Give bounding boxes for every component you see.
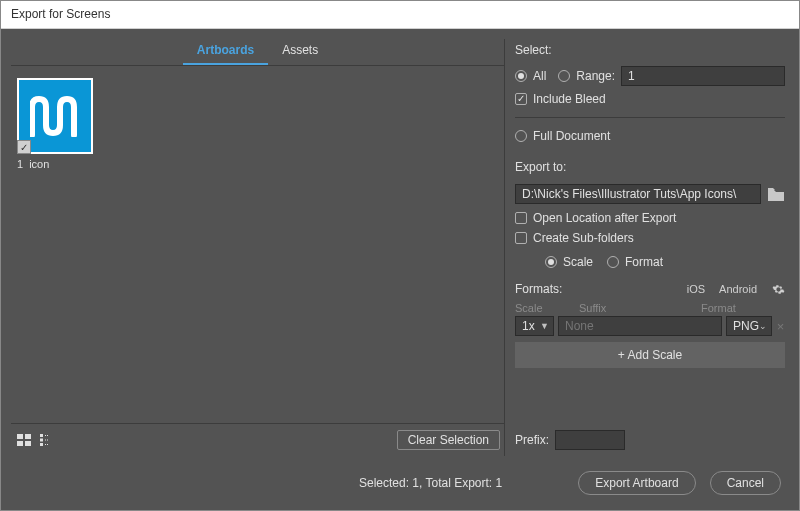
- svg-rect-9: [47, 440, 48, 441]
- tab-assets[interactable]: Assets: [268, 39, 332, 65]
- browse-folder-icon[interactable]: [767, 186, 785, 202]
- radio-full-document[interactable]: [515, 130, 527, 142]
- window-title: Export for Screens: [1, 1, 799, 29]
- tab-artboards[interactable]: Artboards: [183, 39, 268, 65]
- svg-rect-11: [45, 444, 46, 445]
- subfolder-scale-label: Scale: [563, 255, 593, 269]
- include-bleed-label: Include Bleed: [533, 92, 606, 106]
- formats-label: Formats:: [515, 282, 562, 296]
- artboard-name: icon: [29, 158, 49, 170]
- export-artboard-button[interactable]: Export Artboard: [578, 471, 695, 495]
- col-head-format: Format: [701, 302, 765, 314]
- export-path-input[interactable]: [515, 184, 761, 204]
- range-input[interactable]: [621, 66, 785, 86]
- format-row: 1x▼ PNG⌄ ×: [515, 316, 785, 336]
- select-label: Select:: [515, 43, 785, 57]
- grid-view-icon[interactable]: [15, 433, 33, 447]
- svg-rect-7: [40, 439, 43, 442]
- col-head-suffix: Suffix: [579, 302, 697, 314]
- cancel-button[interactable]: Cancel: [710, 471, 781, 495]
- full-document-label: Full Document: [533, 129, 610, 143]
- artboard-selected-checkbox[interactable]: ✓: [17, 140, 31, 154]
- svg-rect-6: [47, 435, 48, 436]
- svg-rect-4: [40, 434, 43, 437]
- artboard-grid: ✓ 1 icon: [11, 66, 504, 423]
- artboard-thumbnail[interactable]: ✓: [17, 78, 93, 154]
- preset-ios-link[interactable]: iOS: [687, 283, 705, 295]
- suffix-input[interactable]: [558, 316, 722, 336]
- radio-range-label: Range:: [576, 69, 615, 83]
- radio-all-label: All: [533, 69, 546, 83]
- svg-rect-0: [17, 434, 23, 439]
- subfolder-format-label: Format: [625, 255, 663, 269]
- checkbox-open-location[interactable]: [515, 212, 527, 224]
- radio-all[interactable]: [515, 70, 527, 82]
- col-head-scale: Scale: [515, 302, 575, 314]
- panel-tabs: Artboards Assets: [11, 39, 504, 66]
- settings-panel: Select: All Range: Include Bleed Full Do: [515, 39, 789, 456]
- checkbox-create-subfolders[interactable]: [515, 232, 527, 244]
- radio-subfolder-format[interactable]: [607, 256, 619, 268]
- export-to-label: Export to:: [515, 160, 785, 174]
- svg-rect-5: [45, 435, 46, 436]
- add-scale-button[interactable]: + Add Scale: [515, 342, 785, 368]
- gear-icon[interactable]: [771, 282, 785, 296]
- svg-rect-12: [47, 444, 48, 445]
- clear-selection-button[interactable]: Clear Selection: [397, 430, 500, 450]
- radio-range[interactable]: [558, 70, 570, 82]
- prefix-input[interactable]: [555, 430, 625, 450]
- format-select[interactable]: PNG⌄: [726, 316, 772, 336]
- artboards-panel: Artboards Assets ✓ 1 icon: [11, 39, 505, 456]
- svg-rect-10: [40, 443, 43, 446]
- svg-rect-2: [17, 441, 23, 446]
- svg-rect-1: [25, 434, 31, 439]
- artboard-index: 1: [17, 158, 23, 170]
- list-view-icon[interactable]: [39, 433, 57, 447]
- scale-select[interactable]: 1x▼: [515, 316, 554, 336]
- delete-row-icon[interactable]: ×: [776, 319, 785, 334]
- svg-rect-3: [25, 441, 31, 446]
- preset-android-link[interactable]: Android: [719, 283, 757, 295]
- checkbox-include-bleed[interactable]: [515, 93, 527, 105]
- radio-subfolder-scale[interactable]: [545, 256, 557, 268]
- export-for-screens-dialog: Export for Screens Artboards Assets ✓: [0, 0, 800, 511]
- selection-status: Selected: 1, Total Export: 1: [359, 476, 502, 490]
- artboard-item[interactable]: ✓ 1 icon: [17, 78, 103, 170]
- prefix-label: Prefix:: [515, 433, 549, 447]
- svg-rect-8: [45, 440, 46, 441]
- open-location-label: Open Location after Export: [533, 211, 676, 225]
- create-subfolders-label: Create Sub-folders: [533, 231, 634, 245]
- dialog-footer: Selected: 1, Total Export: 1 Export Artb…: [1, 456, 799, 510]
- artboard-preview-icon: [30, 95, 80, 137]
